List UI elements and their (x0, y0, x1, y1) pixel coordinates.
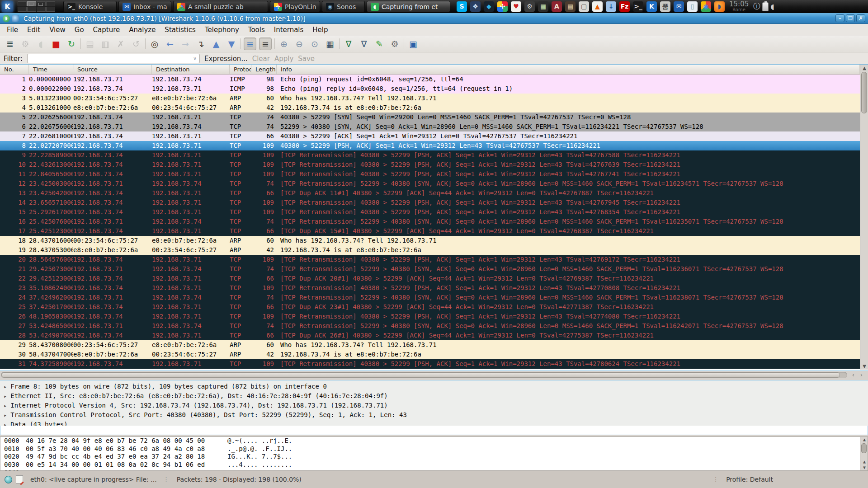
packet-row[interactable]: 27 53.424865000 192.168.73.71 192.168.73… (0, 321, 860, 331)
calculator-icon[interactable]: ▦ (538, 1, 548, 12)
scroll-right-arrow[interactable]: › (860, 371, 863, 378)
menu-item[interactable]: Analyze (125, 25, 160, 35)
battery-icon[interactable] (762, 2, 769, 11)
cabinet-icon[interactable]: ▯ (687, 1, 698, 12)
column-header[interactable]: No. (0, 65, 29, 74)
expert-info-icon[interactable] (5, 476, 12, 483)
resize-columns-button[interactable]: ▦ (324, 38, 336, 50)
filter-input[interactable]: ∨ (27, 54, 200, 63)
menu-item[interactable]: Tools (244, 25, 269, 35)
thunderbird-icon[interactable]: ✉ (674, 1, 684, 12)
go-back-button[interactable]: ← (164, 38, 176, 50)
packet-row[interactable]: 22 29.425123000 192.168.73.74 192.168.73… (0, 274, 860, 283)
profile-text[interactable]: Profile: Default (726, 476, 773, 483)
find-packet-button[interactable]: ◎ (148, 38, 161, 50)
packet-row[interactable]: 26 48.196583000 192.168.73.74 192.168.73… (0, 312, 860, 321)
save-capture-button[interactable]: ▥ (99, 38, 112, 50)
packet-row[interactable]: 25 37.425017000 192.168.73.74 192.168.73… (0, 302, 860, 312)
packet-row[interactable]: 21 29.425073000 192.168.73.71 192.168.73… (0, 264, 860, 274)
packet-row[interactable]: 4 5.013261000 e8:e0:b7:be:72:6a 00:23:54… (0, 103, 860, 113)
capture-options-button[interactable]: ⚙ (19, 38, 32, 50)
zoom-out-button[interactable]: ⊖ (293, 38, 306, 50)
packet-row[interactable]: 30 58.437047000 e8:e0:b7:be:72:6a 00:23:… (0, 350, 860, 359)
detail-line[interactable]: ▸Internet Protocol Version 4, Src: 192.1… (0, 401, 868, 410)
menu-item[interactable]: Capture (89, 25, 124, 35)
column-header[interactable]: Length (251, 65, 277, 74)
desktop-pager[interactable] (18, 1, 55, 12)
pager-cell[interactable] (18, 7, 27, 12)
packet-row[interactable]: 14 23.656571000 192.168.73.74 192.168.73… (0, 198, 860, 207)
horizontal-scrollbar[interactable]: ‹ › (0, 371, 868, 380)
display-filters-button[interactable]: ∇ (358, 38, 370, 50)
card-game-icon[interactable]: ♥ (511, 1, 521, 12)
pager-cell[interactable] (27, 1, 36, 6)
packet-row[interactable]: 13 23.425042000 192.168.73.74 192.168.73… (0, 188, 860, 198)
menu-item[interactable]: Telephony (201, 25, 243, 35)
preferences-button[interactable]: ⚙ (388, 38, 401, 50)
hex-row[interactable]: 0000 40 16 7e 28 04 9f e8 e0 b7 be 72 6a… (0, 437, 868, 445)
column-header[interactable]: Destination (152, 65, 230, 74)
downloader-icon[interactable]: ↓ (606, 1, 616, 12)
save-button[interactable]: Save (298, 55, 315, 63)
help-button[interactable]: ▣ (407, 38, 420, 50)
auto-scroll-button[interactable]: ≡ (259, 38, 272, 50)
clock[interactable]: 15:05 Rome (729, 1, 749, 12)
pager-cell[interactable] (37, 1, 46, 6)
packet-row[interactable]: 31 74.372589000 192.168.73.74 192.168.73… (0, 359, 860, 369)
menu-item[interactable]: Internals (270, 25, 308, 35)
go-to-packet-button[interactable]: ↴ (194, 38, 207, 50)
menu-item[interactable]: Go (71, 25, 88, 35)
minimize-button[interactable]: – (835, 14, 844, 22)
detail-line[interactable]: ▸Transmission Control Protocol, Src Port… (0, 410, 868, 420)
close-capture-button[interactable]: ✗ (114, 38, 127, 50)
packet-row[interactable]: 10 22.432613000 192.168.73.74 192.168.73… (0, 160, 860, 169)
packet-row[interactable]: 19 28.437053000 e8:e0:b7:be:72:6a 00:23:… (0, 245, 860, 255)
open-capture-button[interactable]: ▤ (84, 38, 96, 50)
taskbar-window-button[interactable]: ◖ Capturing from et (367, 1, 450, 12)
expression-button[interactable]: Expression... (204, 55, 248, 63)
taskbar-window-button[interactable]: ◉ Sonos (322, 1, 365, 12)
expander-icon[interactable]: ▸ (4, 412, 7, 418)
hex-scrollbar-thumb[interactable] (861, 443, 867, 453)
hex-row[interactable]: 0010 00 5f a3 70 40 00 40 06 83 46 c0 a8… (0, 445, 868, 453)
packet-row[interactable]: 12 23.425003000 192.168.73.71 192.168.73… (0, 179, 860, 188)
go-forward-button[interactable]: → (179, 38, 192, 50)
pager-cell[interactable] (27, 7, 36, 12)
pager-cell[interactable] (37, 7, 46, 12)
scroll-up-arrow[interactable]: ▲ (860, 66, 868, 70)
vertical-scrollbar[interactable]: ▲ ▼ (860, 65, 868, 370)
detail-line[interactable]: ▸Ethernet II, Src: e8:e0:b7:be:72:6a (e8… (0, 391, 868, 401)
pager-cell[interactable] (46, 1, 55, 6)
packet-row[interactable]: 17 25.425123000 192.168.73.74 192.168.73… (0, 226, 860, 236)
start-capture-button[interactable]: ◖ (34, 38, 47, 50)
list-interfaces-button[interactable]: ≣ (4, 38, 16, 50)
playonlinux-icon[interactable]: ✣ (497, 1, 508, 12)
dictionary-icon[interactable]: A (552, 1, 562, 12)
skype-icon[interactable]: S (457, 1, 467, 12)
terminal-icon[interactable]: >_ (633, 1, 643, 12)
packet-row[interactable]: 9 22.228589000 192.168.73.74 192.168.73.… (0, 150, 860, 160)
crescent-icon[interactable]: ◖ (770, 2, 774, 11)
packet-row[interactable]: 28 53.424907000 192.168.73.74 192.168.73… (0, 331, 860, 340)
packet-row[interactable]: 24 37.424962000 192.168.73.71 192.168.73… (0, 293, 860, 302)
info-icon[interactable]: ⓘ (753, 2, 760, 11)
scrollbar-thumb[interactable] (861, 72, 867, 113)
packet-row[interactable]: 23 35.108624000 192.168.73.74 192.168.73… (0, 283, 860, 293)
keepass-icon[interactable]: K (646, 1, 657, 12)
clear-button[interactable]: Clear (252, 55, 270, 63)
column-header[interactable]: Source (73, 65, 152, 74)
apply-button[interactable]: Apply (274, 55, 293, 63)
column-header[interactable]: Protocol (230, 65, 251, 74)
menu-item[interactable]: File (3, 25, 22, 35)
network-monitor-icon[interactable]: 품 (660, 1, 670, 12)
hex-scroll-up-arrow2[interactable]: ▲ (860, 459, 868, 464)
maximize-button[interactable]: ❐ (846, 14, 855, 22)
go-first-packet-button[interactable]: ▲ (210, 38, 222, 50)
hex-scroll-down-arrow[interactable]: ▼ (860, 465, 868, 470)
display-settings-icon[interactable]: ▢ (579, 1, 589, 12)
taskbar-window-button[interactable]: ✣ PlayOnLinux (270, 1, 320, 12)
close-button[interactable]: ✗ (856, 14, 865, 22)
kde-menu-button[interactable]: K (2, 1, 13, 12)
packet-row[interactable]: 15 25.292617000 192.168.73.74 192.168.73… (0, 207, 860, 217)
kodi-icon[interactable]: ◆ (484, 1, 494, 12)
